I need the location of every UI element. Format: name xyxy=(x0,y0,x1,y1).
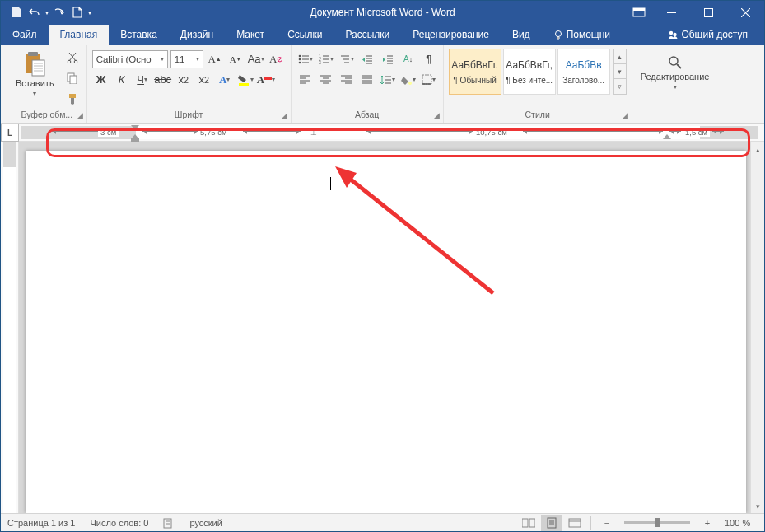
show-marks-button[interactable]: ¶ xyxy=(420,50,438,68)
line-spacing-button[interactable]: ▾ xyxy=(379,71,397,89)
group-styles: АаБбВвГг,¶ Обычный АаБбВвГг,¶ Без инте..… xyxy=(444,45,632,123)
justify-button[interactable] xyxy=(358,71,376,89)
tab-view[interactable]: Вид xyxy=(501,25,542,45)
tab-home[interactable]: Главная xyxy=(49,25,110,45)
font-name-combo[interactable]: Calibri (Осно▾ xyxy=(92,50,168,68)
scroll-up-icon[interactable]: ▴ xyxy=(751,142,764,156)
scroll-down-icon[interactable]: ▾ xyxy=(751,499,764,513)
styles-dialog-icon[interactable]: ◢ xyxy=(623,111,628,119)
highlight-button[interactable]: ▾ xyxy=(236,71,254,89)
svg-rect-26 xyxy=(522,519,528,527)
zoom-level[interactable]: 100 % xyxy=(725,518,758,528)
tab-references[interactable]: Ссылки xyxy=(276,25,334,45)
change-case-button[interactable]: Aa▾ xyxy=(247,50,265,68)
align-center-button[interactable] xyxy=(317,71,335,89)
paste-button[interactable]: Вставить ▾ xyxy=(12,49,58,99)
status-page[interactable]: Страница 1 из 1 xyxy=(7,518,75,528)
title-bar: ▾ ▾ Документ Microsoft Word - Word xyxy=(1,1,764,24)
align-center-icon xyxy=(320,75,331,84)
window-controls xyxy=(624,1,764,24)
redo-icon[interactable] xyxy=(52,5,67,20)
tab-selector[interactable]: L xyxy=(1,124,19,142)
styles-down-icon[interactable]: ▾ xyxy=(614,64,626,79)
view-print-button[interactable] xyxy=(541,515,562,531)
style-heading1[interactable]: АаБбВвЗаголово... xyxy=(557,49,610,95)
tab-review[interactable]: Рецензирование xyxy=(401,25,501,45)
clipboard-dialog-icon[interactable]: ◢ xyxy=(77,111,83,119)
view-web-button[interactable] xyxy=(564,515,585,531)
new-doc-icon[interactable] xyxy=(70,5,85,20)
multilevel-button[interactable]: ▾ xyxy=(338,50,356,68)
font-label: Шрифт◢ xyxy=(92,110,286,121)
document-page[interactable] xyxy=(26,151,746,513)
numbering-icon: 123 xyxy=(319,54,330,64)
document-area: ▴ ▾ xyxy=(1,142,764,513)
editing-label: Редактирование xyxy=(641,72,710,82)
italic-button[interactable]: К xyxy=(113,71,131,89)
qat-dropdown-icon[interactable]: ▾ xyxy=(88,9,91,16)
format-painter-button[interactable] xyxy=(63,90,82,108)
sort-button[interactable]: A↓ xyxy=(399,50,417,68)
undo-dropdown-icon[interactable]: ▾ xyxy=(45,9,49,16)
numbering-button[interactable]: 123▾ xyxy=(317,50,335,68)
clear-format-button[interactable]: A⊘ xyxy=(268,50,286,68)
bullets-button[interactable]: ▾ xyxy=(296,50,315,68)
underline-button[interactable]: Ч▾ xyxy=(133,71,152,89)
align-left-button[interactable] xyxy=(296,71,315,89)
zoom-in-button[interactable]: + xyxy=(697,515,718,531)
vertical-scrollbar[interactable]: ▴ ▾ xyxy=(750,142,764,513)
zoom-slider[interactable] xyxy=(624,521,690,524)
borders-button[interactable]: ▾ xyxy=(420,71,438,89)
svg-rect-1 xyxy=(633,8,645,11)
inc-indent-button[interactable] xyxy=(379,50,397,68)
svg-rect-29 xyxy=(569,519,581,527)
paragraph-dialog-icon[interactable]: ◢ xyxy=(434,111,440,119)
font-dialog-icon[interactable]: ◢ xyxy=(282,111,287,119)
ribbon-options-icon[interactable] xyxy=(624,1,653,24)
shading-button[interactable]: ▾ xyxy=(399,71,417,89)
close-icon[interactable] xyxy=(727,1,764,24)
copy-icon xyxy=(67,72,78,84)
save-icon[interactable] xyxy=(9,5,24,20)
minimize-icon[interactable] xyxy=(653,1,690,24)
styles-more-icon[interactable]: ▿ xyxy=(614,79,626,94)
view-read-button[interactable] xyxy=(518,515,539,531)
bold-button[interactable]: Ж xyxy=(92,71,110,89)
tab-layout[interactable]: Макет xyxy=(225,25,276,45)
undo-icon[interactable] xyxy=(27,5,42,20)
font-size-combo[interactable]: 11▾ xyxy=(170,50,203,68)
status-language[interactable]: русский xyxy=(189,518,222,528)
editing-button[interactable]: Редактирование ▾ xyxy=(637,49,713,92)
copy-button[interactable] xyxy=(63,69,82,87)
style-no-spacing[interactable]: АаБбВвГг,¶ Без инте... xyxy=(503,49,556,95)
multilevel-icon xyxy=(339,54,351,64)
tab-design[interactable]: Дизайн xyxy=(169,25,225,45)
status-words[interactable]: Число слов: 0 xyxy=(90,518,148,528)
strike-button[interactable]: abc xyxy=(154,71,172,89)
style-normal[interactable]: АаБбВвГг,¶ Обычный xyxy=(449,49,501,95)
styles-up-icon[interactable]: ▴ xyxy=(614,49,626,64)
tab-share[interactable]: Общий доступ xyxy=(656,25,759,45)
font-color-button[interactable]: A▾ xyxy=(257,71,275,89)
zoom-out-button[interactable]: − xyxy=(596,515,618,531)
grow-font-button[interactable]: A▲ xyxy=(206,50,224,68)
subscript-button[interactable]: x2 xyxy=(175,71,193,89)
tab-insert[interactable]: Вставка xyxy=(109,25,169,45)
dec-indent-button[interactable] xyxy=(358,50,376,68)
vertical-ruler[interactable] xyxy=(1,142,19,513)
tab-file[interactable]: Файл xyxy=(1,25,49,45)
first-line-indent-marker[interactable] xyxy=(131,125,139,130)
text-effects-button[interactable]: A▾ xyxy=(216,71,234,89)
shrink-font-button[interactable]: A▼ xyxy=(226,50,245,68)
align-right-button[interactable] xyxy=(338,71,356,89)
horizontal-ruler[interactable]: 3 см 5,75 см 10,75 см 1,5 см ⊥ xyxy=(21,126,758,139)
tab-mailings[interactable]: Рассылки xyxy=(334,25,401,45)
status-proofing-icon[interactable] xyxy=(163,517,175,529)
superscript-button[interactable]: x2 xyxy=(195,71,213,89)
maximize-icon[interactable] xyxy=(690,1,727,24)
svg-rect-12 xyxy=(70,76,77,84)
ruler-measure-1: 5,75 см xyxy=(198,128,229,137)
cut-button[interactable] xyxy=(63,49,82,67)
right-indent-marker[interactable] xyxy=(663,134,671,139)
tab-tell-me[interactable]: Помощни xyxy=(542,25,622,45)
